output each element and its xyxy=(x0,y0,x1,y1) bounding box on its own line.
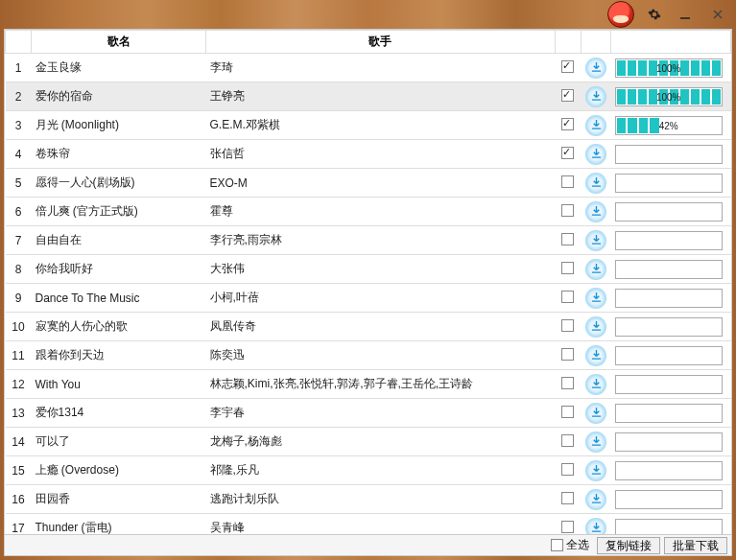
batch-download-button[interactable]: 批量下载 xyxy=(664,537,727,554)
table-row[interactable]: 5愿得一人心(剧场版)EXO-M xyxy=(6,169,731,198)
artist-name: 凤凰传奇 xyxy=(206,313,556,341)
row-checkbox[interactable] xyxy=(561,377,574,389)
song-name: 月光 (Moonlight) xyxy=(32,111,206,140)
col-artist-header[interactable]: 歌手 xyxy=(206,31,556,54)
song-name: 你给我听好 xyxy=(32,255,206,284)
table-row[interactable]: 9Dance To The Music小柯,叶蓓 xyxy=(6,284,731,313)
table-row[interactable]: 6倍儿爽 (官方正式版)霍尊 xyxy=(6,198,731,226)
row-checkbox[interactable] xyxy=(561,406,574,418)
progress-bar xyxy=(615,490,723,509)
progress-bar xyxy=(615,317,723,337)
song-name: 爱你的宿命 xyxy=(32,82,206,111)
download-icon[interactable] xyxy=(585,403,606,424)
row-progress-cell: 42% xyxy=(611,111,731,140)
download-icon[interactable] xyxy=(585,432,606,453)
row-download-cell xyxy=(581,456,610,485)
row-number: 16 xyxy=(6,485,32,514)
select-all-wrap[interactable]: 全选 xyxy=(551,537,589,553)
copy-link-button[interactable]: 复制链接 xyxy=(597,537,660,554)
table-row[interactable]: 11跟着你到天边陈奕迅 xyxy=(6,341,731,370)
song-name: 寂寞的人伤心的歌 xyxy=(32,313,206,341)
row-checkbox[interactable] xyxy=(561,319,574,332)
row-number: 13 xyxy=(6,399,32,428)
table-row[interactable]: 8你给我听好大张伟 xyxy=(6,255,731,284)
artist-name: 霍尊 xyxy=(206,198,556,226)
table-row[interactable]: 4卷珠帘张信哲 xyxy=(6,140,731,169)
row-checkbox[interactable] xyxy=(561,118,574,130)
download-icon[interactable] xyxy=(585,230,606,251)
row-progress-cell: 100% xyxy=(611,54,731,82)
download-icon[interactable] xyxy=(585,58,606,79)
download-icon[interactable] xyxy=(585,259,606,280)
row-progress-cell: 100% xyxy=(611,82,731,111)
row-checkbox[interactable] xyxy=(561,89,574,102)
row-number: 12 xyxy=(6,370,32,399)
row-checkbox[interactable] xyxy=(561,175,574,188)
download-icon[interactable] xyxy=(585,489,606,510)
table-row[interactable]: 10寂寞的人伤心的歌凤凰传奇 xyxy=(6,313,731,341)
row-checkbox[interactable] xyxy=(561,204,574,217)
artist-name: 祁隆,乐凡 xyxy=(206,456,556,485)
progress-bar: 100% xyxy=(615,87,723,106)
song-name: 倍儿爽 (官方正式版) xyxy=(32,198,206,226)
row-checkbox[interactable] xyxy=(561,463,574,476)
settings-button[interactable] xyxy=(640,4,669,25)
download-icon[interactable] xyxy=(585,86,606,107)
close-button[interactable] xyxy=(701,4,734,25)
download-icon[interactable] xyxy=(585,173,606,194)
artist-name: 吴青峰 xyxy=(206,514,556,535)
table-row[interactable]: 14可以了龙梅子,杨海彪 xyxy=(6,428,731,456)
row-checkbox[interactable] xyxy=(561,521,574,533)
table-row[interactable]: 2爱你的宿命王铮亮100% xyxy=(6,82,731,111)
progress-label: 100% xyxy=(656,91,681,102)
row-checkbox[interactable] xyxy=(561,147,574,159)
row-number: 2 xyxy=(6,82,32,111)
progress-bar xyxy=(615,145,723,164)
footer-bar: 全选 复制链接 批量下载 xyxy=(5,534,731,555)
download-icon[interactable] xyxy=(585,288,606,309)
progress-bar xyxy=(615,202,723,222)
main-panel: 歌名 歌手 1金玉良缘李琦100%2爱你的宿命王铮亮100%3月光 (Moonl… xyxy=(4,29,732,556)
download-icon[interactable] xyxy=(585,201,606,222)
download-icon[interactable] xyxy=(585,115,606,136)
download-icon[interactable] xyxy=(585,518,606,535)
col-song-header[interactable]: 歌名 xyxy=(32,31,206,54)
row-download-cell xyxy=(581,514,610,535)
select-all-label: 全选 xyxy=(566,537,589,553)
download-icon[interactable] xyxy=(585,316,606,338)
download-icon[interactable] xyxy=(585,460,606,481)
table-row[interactable]: 3月光 (Moonlight)G.E.M.邓紫棋42% xyxy=(6,111,731,140)
progress-bar xyxy=(615,375,723,394)
table-row[interactable]: 16田园香逃跑计划乐队 xyxy=(6,485,731,514)
table-row[interactable]: 17Thunder (雷电)吴青峰 xyxy=(6,514,731,535)
table-row[interactable]: 12With You林志颖,Kimi,张亮,张悦轩,郭涛,郭子睿,王岳伦,王诗龄 xyxy=(6,370,731,399)
song-name: Thunder (雷电) xyxy=(32,514,206,535)
row-checkbox[interactable] xyxy=(561,291,574,303)
row-check-cell xyxy=(555,341,581,370)
row-checkbox[interactable] xyxy=(561,60,574,73)
progress-label: 100% xyxy=(656,62,681,73)
progress-bar: 100% xyxy=(615,58,723,78)
song-name: 卷珠帘 xyxy=(32,140,206,169)
progress-bar: 42% xyxy=(615,116,723,135)
row-checkbox[interactable] xyxy=(561,492,574,504)
row-checkbox[interactable] xyxy=(561,262,574,274)
select-all-checkbox[interactable] xyxy=(551,539,563,551)
minimize-button[interactable] xyxy=(671,4,700,25)
song-table-scroll[interactable]: 歌名 歌手 1金玉良缘李琦100%2爱你的宿命王铮亮100%3月光 (Moonl… xyxy=(5,30,731,534)
download-icon[interactable] xyxy=(585,374,606,395)
table-row[interactable]: 7自由自在李行亮,雨宗林 xyxy=(6,226,731,255)
row-progress-cell xyxy=(611,255,731,284)
table-row[interactable]: 1金玉良缘李琦100% xyxy=(6,54,731,82)
row-checkbox[interactable] xyxy=(561,233,574,245)
table-row[interactable]: 13爱你1314李宇春 xyxy=(6,399,731,428)
download-icon[interactable] xyxy=(585,144,606,165)
song-table: 歌名 歌手 1金玉良缘李琦100%2爱你的宿命王铮亮100%3月光 (Moonl… xyxy=(5,30,731,534)
progress-bar xyxy=(615,461,723,480)
row-checkbox[interactable] xyxy=(561,434,574,447)
song-name: 跟着你到天边 xyxy=(32,341,206,370)
download-icon[interactable] xyxy=(585,345,606,366)
row-checkbox[interactable] xyxy=(561,348,574,361)
table-row[interactable]: 15上瘾 (Overdose)祁隆,乐凡 xyxy=(6,456,731,485)
row-check-cell xyxy=(555,255,581,284)
